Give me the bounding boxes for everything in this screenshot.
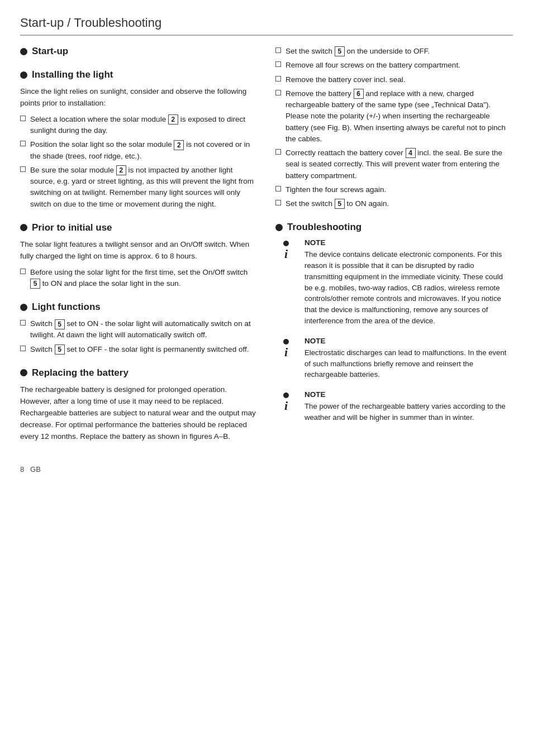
- list-item: Remove the battery 6 and replace with a …: [275, 88, 513, 145]
- prior-intro: The solar light features a twilight sens…: [20, 239, 258, 262]
- ref-5d: 5: [335, 46, 345, 56]
- list-item: Correctly reattach the battery cover 4 i…: [275, 147, 513, 181]
- bullet-prior: [20, 224, 27, 231]
- bullet-installing: [20, 71, 27, 79]
- item-text: Before using the solar light for the fir…: [30, 267, 258, 290]
- ref-4: 4: [406, 148, 416, 158]
- checkbox-icon: [20, 141, 26, 146]
- note-bullet-dot: [283, 393, 289, 398]
- light-heading: Light functions: [32, 302, 101, 313]
- ref-6: 6: [354, 89, 364, 99]
- replacing-intro: The rechargeable battery is designed for…: [20, 384, 258, 443]
- list-item: Remove all four screws on the battery co…: [275, 60, 513, 71]
- note-title-2: NOTE: [304, 337, 513, 345]
- info-icon: i: [284, 346, 288, 358]
- checkbox-icon: [20, 116, 26, 121]
- checkbox-icon: [275, 149, 281, 155]
- checkbox-icon: [20, 166, 26, 172]
- item-text: Switch 5 set to ON - the solar light wil…: [30, 318, 258, 341]
- bullet-startup: [20, 48, 27, 55]
- note-text-2: Electrostatic discharges can lead to mal…: [304, 347, 513, 380]
- ref-5c: 5: [55, 344, 65, 355]
- bullet-troubleshooting: [275, 224, 283, 231]
- checkbox-icon: [275, 76, 281, 82]
- info-icon: i: [284, 248, 288, 260]
- list-item: Select a location where the solar module…: [20, 114, 258, 137]
- item-text: Correctly reattach the battery cover 4 i…: [285, 147, 513, 181]
- prior-list: Before using the solar light for the fir…: [20, 267, 258, 290]
- light-list: Switch 5 set to ON - the solar light wil…: [20, 318, 258, 355]
- note-content-2: NOTE Electrostatic discharges can lead t…: [304, 337, 513, 380]
- checkbox-icon: [20, 320, 26, 326]
- list-item: Tighten the four screws again.: [275, 184, 513, 195]
- item-text: Remove all four screws on the battery co…: [285, 60, 460, 71]
- checkbox-icon: [275, 200, 281, 205]
- note-icon-3: i: [275, 390, 297, 416]
- list-item: Switch 5 set to OFF - the solar light is…: [20, 344, 258, 355]
- ref-5e: 5: [335, 199, 345, 209]
- note-icon-1: i: [275, 238, 297, 264]
- list-item: Set the switch 5 on the underside to OFF…: [275, 46, 513, 57]
- item-text: Select a location where the solar module…: [30, 114, 258, 137]
- checkbox-icon: [275, 186, 281, 192]
- battery-steps: Set the switch 5 on the underside to OFF…: [275, 46, 513, 209]
- ref-5b: 5: [55, 319, 65, 329]
- ref-2: 2: [168, 114, 178, 125]
- info-icon: i: [284, 400, 288, 412]
- item-text: Switch 5 set to OFF - the solar light is…: [30, 344, 249, 355]
- checkbox-icon: [275, 47, 281, 53]
- installing-list: Select a location where the solar module…: [20, 114, 258, 210]
- note-block-1: i NOTE The device contains delicate elec…: [275, 238, 513, 327]
- item-text: Remove the battery cover incl. seal.: [285, 74, 406, 85]
- replacing-heading: Replacing the battery: [32, 367, 129, 379]
- note-content-3: NOTE The power of the rechargeable batte…: [304, 390, 513, 423]
- list-item: Before using the solar light for the fir…: [20, 267, 258, 290]
- note-block-2: i NOTE Electrostatic discharges can lead…: [275, 337, 513, 380]
- installing-heading: Installing the light: [32, 69, 113, 80]
- installing-intro: Since the light relies on sunlight, cons…: [20, 86, 258, 109]
- item-text: Be sure the solar module 2 is not impact…: [30, 165, 258, 210]
- ref-5a: 5: [30, 279, 40, 289]
- troubleshooting-heading: Troubleshooting: [287, 222, 361, 233]
- note-text-3: The power of the rechargeable battery va…: [304, 401, 513, 423]
- ref-2c: 2: [116, 165, 126, 175]
- list-item: Be sure the solar module 2 is not impact…: [20, 165, 258, 210]
- note-title-1: NOTE: [304, 238, 513, 247]
- checkbox-icon: [275, 90, 281, 95]
- note-block-3: i NOTE The power of the rechargeable bat…: [275, 390, 513, 423]
- bullet-light: [20, 304, 27, 311]
- item-text: Tighten the four screws again.: [285, 184, 386, 195]
- item-text: Position the solar light so the solar mo…: [30, 139, 258, 162]
- list-item: Position the solar light so the solar mo…: [20, 139, 258, 162]
- list-item: Remove the battery cover incl. seal.: [275, 74, 513, 85]
- checkbox-icon: [275, 61, 281, 67]
- note-content-1: NOTE The device contains delicate electr…: [304, 238, 513, 327]
- item-text: Set the switch 5 on the underside to OFF…: [285, 46, 430, 57]
- prior-heading: Prior to initial use: [32, 222, 112, 233]
- note-title-3: NOTE: [304, 390, 513, 399]
- startup-heading: Start-up: [32, 46, 68, 57]
- list-item: Set the switch 5 to ON again.: [275, 198, 513, 209]
- item-text: Set the switch 5 to ON again.: [285, 198, 389, 209]
- note-text-1: The device contains delicate electronic …: [304, 249, 513, 327]
- checkbox-icon: [20, 346, 26, 351]
- bullet-replacing: [20, 369, 27, 376]
- note-bullet-dot: [283, 339, 289, 344]
- checkbox-icon: [20, 269, 26, 274]
- note-icon-2: i: [275, 337, 297, 362]
- note-bullet-dot: [283, 241, 289, 246]
- ref-2b: 2: [174, 140, 184, 150]
- list-item: Switch 5 set to ON - the solar light wil…: [20, 318, 258, 341]
- page-number: 8 GB: [20, 465, 513, 473]
- page-title: Start-up / Troubleshooting: [20, 16, 513, 36]
- item-text: Remove the battery 6 and replace with a …: [285, 88, 513, 145]
